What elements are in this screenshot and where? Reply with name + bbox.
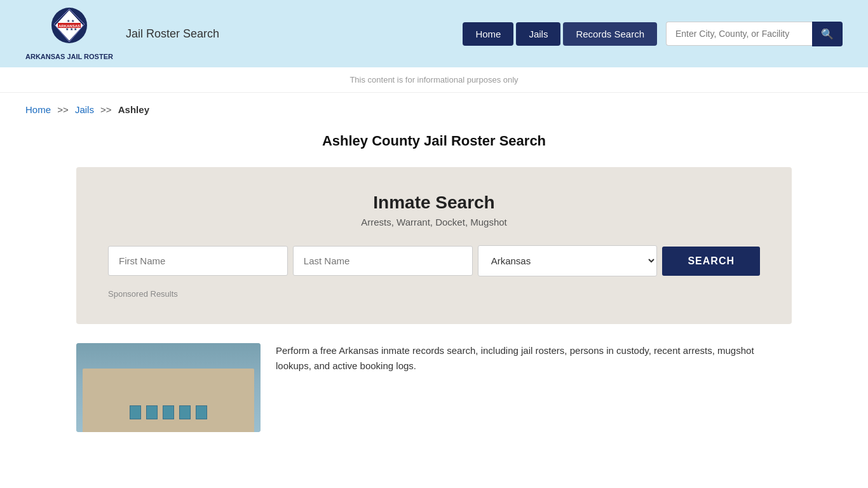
nav-jails-button[interactable]: Jails [516,22,560,46]
building-structure [83,369,254,432]
inmate-search-subtitle: Arrests, Warrant, Docket, Mugshot [108,217,760,227]
site-header: ★ ★ ★ ★ ★ ARKANSAS ARKANSAS JAIL ROSTER … [0,0,868,67]
first-name-input[interactable] [108,246,288,276]
header-search-button[interactable]: 🔍 [812,22,843,46]
info-message: This content is for informational purpos… [349,75,518,85]
search-button[interactable]: SEARCH [662,247,760,276]
inmate-search-section: Inmate Search Arrests, Warrant, Docket, … [76,167,792,324]
main-nav: Home Jails Records Search 🔍 [463,22,843,46]
logo-text: ARKANSAS JAIL ROSTER [25,52,113,61]
window-4 [179,405,191,419]
bottom-section: Perform a free Arkansas inmate records s… [76,343,792,432]
svg-text:ARKANSAS: ARKANSAS [58,24,80,28]
state-select[interactable]: Arkansas Alabama Alaska Arizona Californ… [478,245,658,276]
info-bar: This content is for informational purpos… [0,67,868,93]
breadcrumb-sep1: >> [57,104,69,115]
inmate-search-form: Arkansas Alabama Alaska Arizona Californ… [108,245,760,276]
building-windows [95,405,241,419]
inmate-search-title: Inmate Search [108,193,760,213]
window-2 [146,405,158,419]
breadcrumb: Home >> Jails >> Ashley [0,93,868,121]
sponsored-label: Sponsored Results [108,289,760,299]
building-background [76,343,261,432]
site-title: Jail Roster Search [126,27,219,41]
nav-home-button[interactable]: Home [463,22,513,46]
window-1 [130,405,141,419]
window-5 [196,405,207,419]
window-3 [163,405,174,419]
nav-records-button[interactable]: Records Search [563,22,657,46]
breadcrumb-home-link[interactable]: Home [25,104,51,115]
header-search-bar: 🔍 [666,22,843,46]
breadcrumb-sep2: >> [100,104,112,115]
arkansas-logo-icon: ★ ★ ★ ★ ★ ARKANSAS [44,6,95,51]
header-left: ★ ★ ★ ★ ★ ARKANSAS ARKANSAS JAIL ROSTER … [25,6,219,61]
last-name-input[interactable] [293,246,473,276]
breadcrumb-current: Ashley [118,104,149,115]
search-icon: 🔍 [821,29,834,39]
header-search-input[interactable] [666,22,812,46]
breadcrumb-jails-link[interactable]: Jails [75,104,94,115]
bottom-description: Perform a free Arkansas inmate records s… [276,343,792,374]
building-image [76,343,261,432]
logo-container: ★ ★ ★ ★ ★ ARKANSAS ARKANSAS JAIL ROSTER [25,6,113,61]
page-title: Ashley County Jail Roster Search [0,133,868,149]
svg-text:★ ★: ★ ★ [67,19,74,23]
